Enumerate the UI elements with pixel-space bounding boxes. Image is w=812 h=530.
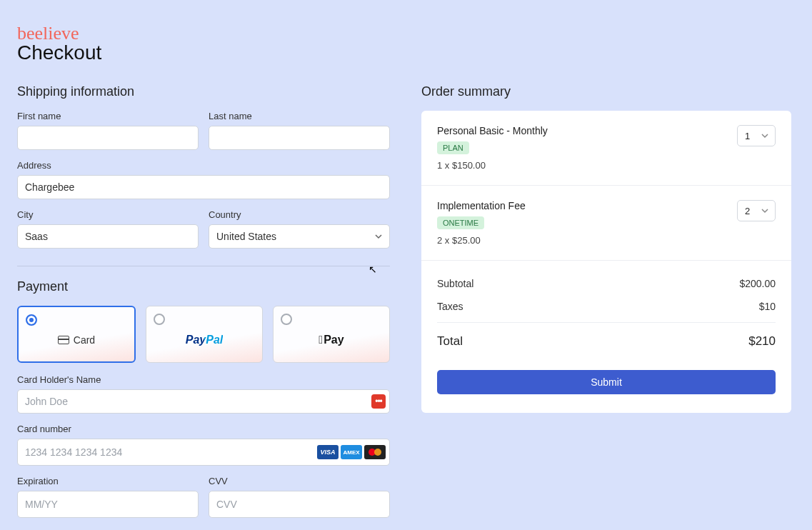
cvv-label: CVV — [209, 476, 390, 486]
order-summary-card: Personal Basic - Monthly PLAN 1 x $150.0… — [421, 111, 791, 413]
paypal-logo: PayPal — [186, 334, 223, 346]
submit-button[interactable]: Submit — [437, 370, 776, 394]
total-value: $210 — [748, 334, 776, 349]
apple-icon:  — [319, 334, 323, 346]
radio-icon — [154, 314, 165, 325]
country-label: Country — [209, 209, 390, 220]
chevron-down-icon — [761, 131, 769, 140]
radio-icon — [281, 314, 292, 325]
order-item-line: 2 x $25.00 — [437, 235, 728, 246]
first-name-label: First name — [17, 111, 199, 121]
totals-divider — [437, 322, 776, 323]
subtotal-value: $200.00 — [739, 278, 776, 289]
amex-icon: AMEX — [341, 445, 362, 459]
quantity-select[interactable]: 2 — [737, 200, 776, 221]
country-select[interactable] — [209, 224, 390, 249]
card-holder-label: Card Holder's Name — [17, 374, 390, 385]
subtotal-label: Subtotal — [437, 278, 473, 289]
order-item: Implementation Fee ONETIME 2 x $25.00 2 — [421, 186, 791, 261]
quantity-select[interactable]: 1 — [737, 125, 776, 146]
first-name-input[interactable] — [17, 126, 199, 150]
page-title: Checkout — [17, 41, 795, 64]
payment-option-card-label: Card — [74, 334, 95, 346]
payment-option-card[interactable]: Card — [17, 306, 136, 363]
shipping-section-title: Shipping information — [17, 84, 390, 99]
visa-icon: VISA — [317, 445, 339, 459]
order-item-line: 1 x $150.00 — [437, 160, 728, 171]
card-number-label: Card number — [17, 424, 390, 434]
mastercard-icon — [364, 445, 386, 459]
address-input[interactable] — [17, 175, 390, 199]
accepted-card-brands: VISA AMEX — [317, 445, 386, 459]
quantity-value: 1 — [745, 131, 750, 141]
credit-card-icon — [58, 336, 69, 344]
order-item-badge: PLAN — [437, 141, 469, 154]
payment-option-applepay[interactable]: Pay — [273, 306, 390, 363]
expiration-input[interactable] — [17, 491, 199, 518]
section-divider — [17, 266, 390, 266]
address-label: Address — [17, 160, 390, 171]
last-name-label: Last name — [209, 111, 390, 121]
order-item-badge: ONETIME — [437, 216, 484, 229]
quantity-value: 2 — [745, 206, 750, 216]
payment-section-title: Payment — [17, 279, 390, 294]
chevron-down-icon — [761, 206, 769, 215]
radio-selected-icon — [26, 314, 37, 326]
order-item: Personal Basic - Monthly PLAN 1 x $150.0… — [421, 111, 791, 186]
payment-option-paypal[interactable]: PayPal — [146, 306, 263, 363]
order-summary-title: Order summary — [421, 84, 791, 99]
brand-logo: beelieve — [17, 24, 795, 43]
city-input[interactable] — [17, 224, 199, 249]
cvv-input[interactable] — [209, 491, 390, 518]
expiration-label: Expiration — [17, 476, 199, 486]
apple-pay-logo: Pay — [319, 334, 344, 346]
order-item-name: Personal Basic - Monthly — [437, 125, 728, 136]
taxes-value: $10 — [759, 301, 776, 312]
order-item-name: Implementation Fee — [437, 200, 728, 211]
taxes-label: Taxes — [437, 301, 463, 312]
city-label: City — [17, 209, 199, 220]
total-label: Total — [437, 334, 463, 349]
password-manager-icon[interactable]: ••• — [371, 394, 386, 409]
last-name-input[interactable] — [209, 126, 390, 150]
card-holder-input[interactable] — [17, 389, 390, 414]
